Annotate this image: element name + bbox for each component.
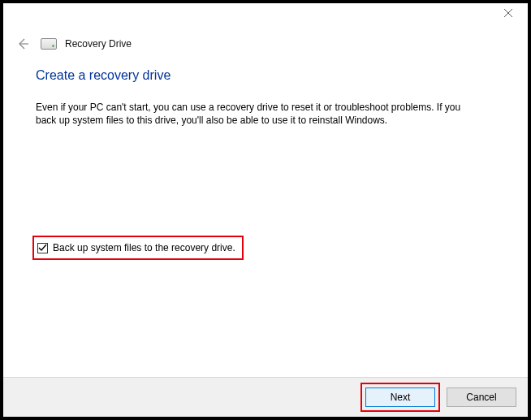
footer-bar: Next Cancel: [3, 377, 528, 417]
page-heading: Create a recovery drive: [36, 68, 503, 83]
backup-checkbox-label: Back up system files to the recovery dri…: [53, 242, 235, 253]
back-button[interactable]: [15, 36, 31, 52]
close-button[interactable]: [490, 3, 526, 23]
title-bar: [3, 3, 528, 28]
back-arrow-icon: [16, 37, 29, 50]
close-icon: [504, 9, 512, 17]
main-content: Create a recovery drive Even if your PC …: [36, 68, 503, 127]
backup-checkbox[interactable]: [37, 243, 48, 253]
recovery-drive-icon: [41, 38, 57, 50]
page-description: Even if your PC can't start, you can use…: [36, 101, 474, 127]
window-title: Recovery Drive: [65, 38, 132, 50]
wizard-window: Recovery Drive Create a recovery drive E…: [0, 0, 531, 420]
backup-checkbox-row: Back up system files to the recovery dri…: [32, 236, 244, 260]
cancel-button[interactable]: Cancel: [447, 388, 516, 407]
next-button-highlight: Next: [360, 383, 440, 412]
checkmark-icon: [38, 244, 47, 253]
header-nav: Recovery Drive: [15, 34, 516, 54]
next-button[interactable]: Next: [365, 388, 435, 407]
